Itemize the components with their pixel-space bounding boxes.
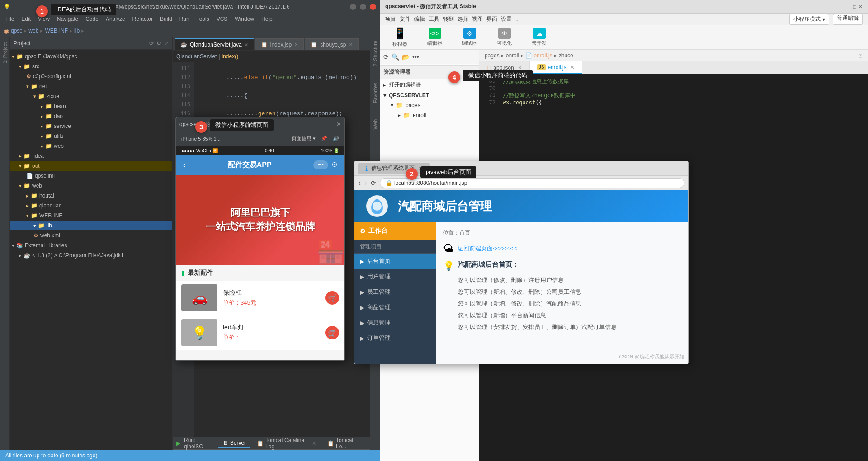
menu-interface[interactable]: 界面 [486,15,497,23]
tree-qpsc-iml[interactable]: 📄 qpsc.iml [10,171,172,181]
tree-dao[interactable]: ▸ 📁 dao [10,111,172,121]
mode-select[interactable]: 小程序模式 ▾ [789,14,829,25]
tree-utils[interactable]: ▸ 📁 utils [10,131,172,141]
audio-btn[interactable]: 🔊 [333,136,339,141]
tree-service[interactable]: ▸ 📁 service [10,121,172,131]
crumb-webinf[interactable]: WEB-INF [45,28,68,34]
tab-index-jsp[interactable]: 📋 index.jsp ✕ [255,38,304,50]
tree-webinf[interactable]: ▾ 📁 WEB-INF [10,211,172,221]
maximize-button[interactable]: □ [360,4,366,10]
menu-select[interactable]: 选择 [458,15,468,23]
back-btn[interactable]: ‹ [358,178,361,188]
close-shouye-tab[interactable]: ✕ [349,42,353,47]
browser-tab-active[interactable]: ℹ 信息管理系统界面 ✕ [358,163,430,174]
menu-run[interactable]: Run [176,15,193,23]
wechat-min-btn[interactable]: — [846,4,851,10]
tab-server[interactable]: 🖥 Server [218,439,250,448]
side-web-tab[interactable]: Web [372,116,379,133]
menu-edit-wx[interactable]: 编辑 [414,15,425,23]
translate-btn[interactable]: 普通编辑 [833,14,863,25]
tree-bean[interactable]: ▸ 📁 bean [10,101,172,111]
url-bar[interactable]: 🔒 localhost:8080/houtai/main.jsp [380,178,684,188]
close-index-tab[interactable]: ✕ [294,42,298,47]
tree-pages[interactable]: ▾ 📁 pages [380,100,479,110]
more-icon[interactable]: ••• [412,53,419,61]
tab-enroll-js[interactable]: JS enroll.js ✕ [530,61,582,74]
menu-settings[interactable]: 设置 [501,15,512,23]
sync-icon[interactable]: ⟳ [149,40,154,47]
camera-icon[interactable]: ⦿ [332,162,337,168]
close-enroll-tab[interactable]: ✕ [570,64,575,71]
tab-qianduan-servlet[interactable]: ☕ QianduanServlet.java ✕ [175,38,254,50]
tree-web-inner[interactable]: ▸ 📁 web [10,141,172,151]
return-link[interactable]: 返回前端页面<<<<<<< [458,245,517,253]
tree-out[interactable]: ▾ 📁 out [10,161,172,171]
tree-houtai[interactable]: ▸ 📁 houtai [10,191,172,201]
minimize-button[interactable]: — [350,4,356,10]
wechat-max-btn[interactable]: □ [853,4,856,10]
tree-webxml[interactable]: ⚙ web.xml [10,230,172,240]
menu-code[interactable]: Code [82,15,102,23]
menu-employees[interactable]: ▶ 员工管理 [354,284,436,300]
tree-net[interactable]: ▾ 📁 net [10,81,172,91]
product-bumper[interactable]: 🚗 保险杠 单价：345元 🛒 [176,281,344,315]
crumb-lib[interactable]: lib [74,28,80,34]
expand-icon[interactable]: ⤢ [164,40,169,47]
crumb-qpsc[interactable]: qpsc [11,28,22,34]
menu-tools-wx[interactable]: 工具 [429,15,439,23]
close-tab-btn[interactable]: ✕ [245,42,248,47]
tree-jdk[interactable]: ▸ ☕ < 1.8 (2) > C:\Program Files\Java\jd… [10,250,172,260]
tree-c3p0[interactable]: ⚙ c3p0-config.xml [10,71,172,81]
menu-refactor[interactable]: Refactor [129,15,156,23]
menu-navigate[interactable]: Navigate [53,15,82,23]
tree-qpscservlet[interactable]: ▾ QPSCSERVLET [380,90,479,100]
menu-home[interactable]: ▶ 后台首页 [354,254,436,269]
pin-btn[interactable]: 📌 [321,136,327,141]
menu-file[interactable]: File [2,15,18,23]
menu-help[interactable]: Help [258,15,276,23]
more-dots[interactable]: ••• [313,160,328,169]
device-select[interactable]: iPhone 5 85% 1... [181,136,221,141]
tab-shouye-jsp[interactable]: 📋 shouye.jsp ✕ [305,38,358,50]
wechat-close-btn[interactable]: ✕ [858,4,863,10]
menu-products[interactable]: ▶ 商品管理 [354,300,436,315]
menu-more[interactable]: ... [515,16,520,23]
tree-web-outer[interactable]: ▾ 📁 web [10,181,172,191]
tab-catalina-log[interactable]: 📋 Tomcat Catalina Log ✕ [252,436,321,451]
menu-edit[interactable]: Edit [18,15,34,23]
settings-icon[interactable]: ⚙ [156,40,161,47]
menu-build[interactable]: Build [156,15,176,23]
simulator-btn[interactable]: 📱 模拟器 [387,24,413,50]
page-info-btn[interactable]: 页面信息 ▾ [292,135,316,142]
menu-vcs[interactable]: VCS [213,15,231,23]
close-catalina[interactable]: ✕ [312,440,316,447]
bumper-cart-btn[interactable]: 🛒 [326,291,339,305]
visual-btn[interactable]: 👁 可视化 [491,25,517,49]
cloud-btn[interactable]: ☁ 云开发 [526,25,552,49]
tree-src[interactable]: ▾ 📁 src [10,61,172,71]
tree-qianduan[interactable]: ▸ 📁 qianduan [10,201,172,211]
menu-view-wx[interactable]: 视图 [472,15,483,23]
tree-qpsc[interactable]: ▾ 📁 qpsc E:/JavaXM/qpsc [10,52,172,61]
led-cart-btn[interactable]: 🛒 [326,326,339,339]
menu-project[interactable]: 项目 [385,15,396,23]
side-project-tab[interactable]: 1: Project [1,39,9,67]
tree-extlib[interactable]: ▾ 📚 External Libraries [10,240,172,250]
side-structure-tab[interactable]: 2: Structure [372,37,379,70]
sim-close-btn[interactable]: ✕ [336,121,341,127]
side-favorites-tab[interactable]: Favorites [372,79,379,107]
menu-users[interactable]: ▶ 用户管理 [354,269,436,284]
menu-orders[interactable]: ▶ 订单管理 [354,330,436,346]
menu-info[interactable]: ▶ 信息管理 [354,315,436,330]
search-icon[interactable]: 🔍 [392,53,399,61]
code-editor-btn[interactable]: </> 编辑器 [422,25,448,49]
debugger-btn[interactable]: ⚙ 调试器 [457,25,482,49]
tree-lib[interactable]: ▾ 📁 lib [10,221,172,230]
menu-tools[interactable]: Tools [193,15,213,23]
menu-analyze[interactable]: Analyze [102,15,129,23]
split-icon[interactable]: ⊡ [858,52,863,59]
tree-enroll[interactable]: ▸ 📁 enroll [380,110,479,120]
close-button[interactable]: ✕ [370,4,376,10]
refresh-icon[interactable]: ⟳ [383,53,389,61]
tab-tomcat-log[interactable]: 📋 Tomcat Lo... [323,436,366,451]
